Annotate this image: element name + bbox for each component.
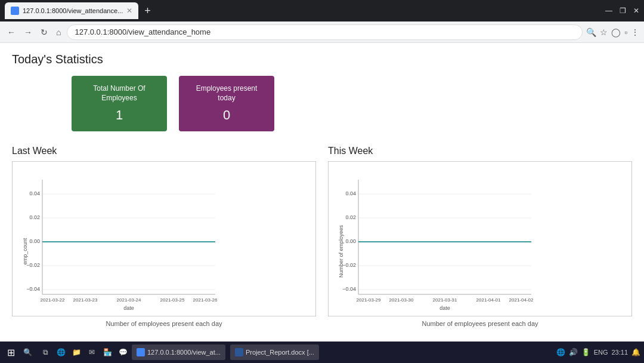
taskbar: ⊞ 🔍 ⧉ 🌐 📁 ✉ 🏪 💬 127.0.0.1:8000/view_at..…: [0, 342, 644, 363]
taskbar-icon-3[interactable]: ✉: [85, 346, 98, 359]
tab-bar: 127.0.0.1:8000/view_attendance... ✕ +: [5, 2, 154, 19]
taskbar-icon-4[interactable]: 🏪: [101, 346, 114, 359]
this-week-heading: This Week: [328, 146, 632, 156]
task-view-icon[interactable]: ⧉: [39, 346, 52, 359]
browser-app-label: 127.0.0.1:8000/view_at...: [147, 349, 221, 356]
new-tab-button[interactable]: +: [141, 5, 154, 17]
back-button[interactable]: ←: [5, 26, 18, 38]
taskbar-icons: ⧉ 🌐 📁 ✉ 🏪 💬: [39, 346, 129, 359]
y-tick-neg0.04: −0.04: [26, 286, 40, 292]
battery-icon: 🔋: [581, 348, 590, 356]
x2-tick-3: 2021-03-31: [433, 297, 457, 303]
tab-close-icon[interactable]: ✕: [126, 7, 132, 15]
present-today-label: Employees present today: [188, 84, 265, 103]
this-week-caption: Number of employees present each day: [328, 320, 632, 327]
address-bar-icons: 🔍 ☆ ◯ ▫ ⋮: [586, 27, 639, 37]
word-app-dot: [235, 348, 243, 356]
active-tab[interactable]: 127.0.0.1:8000/view_attendance... ✕: [5, 2, 138, 19]
page-content: Today's Statistics Total Number Of Emplo…: [0, 43, 644, 342]
tab-title: 127.0.0.1:8000/view_attendance...: [23, 7, 123, 14]
x-tick-3: 2021-03-24: [117, 297, 141, 303]
restore-button[interactable]: ❐: [620, 7, 626, 15]
forward-button[interactable]: →: [21, 26, 35, 38]
home-button[interactable]: ⌂: [54, 26, 63, 38]
browser-chrome: 127.0.0.1:8000/view_attendance... ✕ + — …: [0, 0, 644, 21]
app-dot: [137, 348, 145, 356]
y-tick2-0.00: 0.00: [345, 238, 356, 244]
profile-icon[interactable]: ◯: [611, 27, 621, 37]
taskbar-icon-2[interactable]: 📁: [70, 346, 83, 359]
address-bar: ← → ↻ ⌂ 🔍 ☆ ◯ ▫ ⋮: [0, 21, 644, 43]
y-tick2-0.02: 0.02: [345, 214, 356, 220]
this-week-chart-container: Number of employees 0.04 0.02 0.00 −0.02…: [328, 161, 632, 316]
present-today-card: Employees present today 0: [179, 76, 274, 131]
taskbar-icon-1[interactable]: 🌐: [54, 346, 67, 359]
total-employees-value: 1: [81, 107, 157, 123]
x2-tick-2: 2021-03-30: [389, 297, 414, 303]
url-input[interactable]: [67, 24, 583, 40]
window-controls: — ❐ ✕: [605, 7, 639, 15]
x2-tick-1: 2021-03-29: [357, 297, 381, 303]
taskbar-time: 23:11: [611, 349, 628, 356]
charts-row: Last Week emp_count 0.04 0.02 0.00 −0.02…: [12, 146, 632, 333]
last-week-chart: emp_count 0.04 0.02 0.00 −0.02 −0.04: [18, 168, 221, 311]
x2-tick-5: 2021-04-02: [509, 297, 534, 303]
y-tick2-neg0.04: −0.04: [342, 286, 356, 292]
y-tick-0.00: 0.00: [29, 238, 40, 244]
taskbar-lang: ENG: [594, 349, 608, 356]
x-tick-5: 2021-03-26: [193, 297, 218, 303]
this-week-section: This Week Number of employees 0.04 0.02 …: [328, 146, 632, 333]
word-taskbar-app[interactable]: Project_Report.docx [...: [230, 344, 319, 360]
y-tick-0.02: 0.02: [29, 214, 40, 220]
this-week-y-label: Number of employees: [338, 225, 344, 278]
y-tick2-0.04: 0.04: [345, 190, 356, 196]
extension-icon[interactable]: ▫: [624, 27, 627, 37]
reload-button[interactable]: ↻: [38, 26, 50, 38]
this-week-chart: Number of employees 0.04 0.02 0.00 −0.02…: [335, 168, 537, 311]
minimize-button[interactable]: —: [605, 7, 612, 15]
search-icon: 🔍: [586, 27, 596, 37]
y-tick-0.04: 0.04: [29, 190, 40, 196]
network-icon: 🌐: [556, 348, 565, 356]
y-tick-neg0.02: −0.02: [26, 262, 40, 268]
x-tick-4: 2021-03-25: [160, 297, 185, 303]
menu-icon[interactable]: ⋮: [631, 27, 639, 37]
last-week-chart-container: emp_count 0.04 0.02 0.00 −0.02 −0.04: [12, 161, 316, 316]
last-week-section: Last Week emp_count 0.04 0.02 0.00 −0.02…: [12, 146, 316, 333]
last-week-caption: Number of employees present each day: [12, 320, 316, 327]
present-today-value: 0: [188, 107, 265, 123]
last-week-x-label: date: [123, 305, 134, 311]
volume-icon: 🔊: [569, 348, 578, 356]
page-title: Today's Statistics: [12, 53, 632, 66]
word-app-label: Project_Report.docx [...: [246, 349, 314, 356]
last-week-heading: Last Week: [12, 146, 316, 156]
taskbar-right: 🌐 🔊 🔋 ENG 23:11 🔔: [556, 348, 640, 356]
this-week-x-label: date: [439, 305, 450, 311]
stats-row: Total Number Of Employees 1 Employees pr…: [12, 76, 632, 131]
taskbar-icon-5[interactable]: 💬: [116, 346, 129, 359]
browser-taskbar-app[interactable]: 127.0.0.1:8000/view_at...: [132, 344, 225, 360]
x-tick-1: 2021-03-22: [41, 297, 65, 303]
close-button[interactable]: ✕: [633, 7, 639, 15]
y-tick2-neg0.02: −0.02: [342, 262, 356, 268]
total-employees-label: Total Number Of Employees: [81, 84, 157, 103]
tab-favicon: [11, 7, 19, 15]
total-employees-card: Total Number Of Employees 1: [72, 76, 167, 131]
notification-icon[interactable]: 🔔: [631, 348, 640, 356]
bookmark-icon[interactable]: ☆: [600, 27, 608, 37]
last-week-y-label: emp_count: [22, 238, 28, 264]
start-button[interactable]: ⊞: [4, 347, 18, 358]
x-tick-2: 2021-03-23: [73, 297, 98, 303]
taskbar-search-icon[interactable]: 🔍: [21, 346, 34, 359]
x2-tick-4: 2021-04-01: [476, 297, 501, 303]
